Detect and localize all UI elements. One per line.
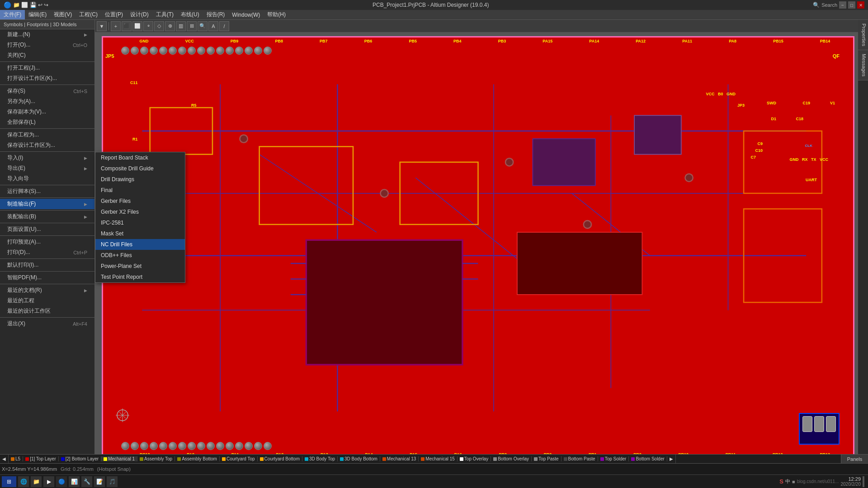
rect-tool[interactable]: ⬜ bbox=[132, 21, 142, 31]
sidebar-item-export[interactable]: 导出(E) bbox=[0, 163, 94, 174]
text-tool[interactable]: A bbox=[208, 21, 218, 31]
layer-tab-bottom-solder[interactable]: Bottom Solder bbox=[629, 456, 667, 461]
sidebar-item-save-workspace-as[interactable]: 保存设计工作区为... bbox=[0, 140, 94, 150]
arc-tool[interactable]: ⚬ bbox=[143, 21, 153, 31]
layer-tab-courtyard-bottom[interactable]: Courtyard Bottom bbox=[258, 456, 302, 461]
panels-button[interactable]: Panels bbox=[841, 454, 868, 463]
add-tool[interactable]: + bbox=[111, 21, 121, 31]
sidebar-item-import[interactable]: 导入(I) bbox=[0, 153, 94, 163]
app3-icon[interactable]: 📝 bbox=[94, 476, 105, 487]
show-desktop[interactable] bbox=[863, 476, 864, 487]
filter-tool[interactable]: ▼ bbox=[97, 21, 107, 31]
layer-tab-mechanical-13[interactable]: Mechanical 13 bbox=[380, 456, 419, 461]
sidebar-item-exit[interactable]: 退出(X)Alt+F4 bbox=[0, 319, 94, 329]
media-icon[interactable]: ▶ bbox=[43, 476, 54, 487]
fab-item-drill-drawings[interactable]: Drill Drawings bbox=[95, 174, 185, 185]
fab-item-test-point[interactable]: Test Point Report bbox=[95, 272, 185, 282]
pcb-canvas[interactable]: GNDVCCPB9PB8PB7PB6PB5PB4PB3PA15PA14PA12P… bbox=[95, 33, 858, 463]
fab-item-report-board-stack[interactable]: Report Board Stack bbox=[95, 152, 185, 163]
fab-item-nc-drill-files[interactable]: NC Drill Files bbox=[95, 239, 185, 250]
layer-tab-assembly-bottom[interactable]: Assembly Bottom bbox=[175, 456, 220, 461]
layer-tab-3d-body-bottom[interactable]: 3D Body Bottom bbox=[338, 456, 380, 461]
menu-tools[interactable]: 工具(T) bbox=[152, 10, 177, 19]
layer-tab-mechanical-15[interactable]: Mechanical 15 bbox=[419, 456, 457, 461]
menu-view[interactable]: 视图(V) bbox=[50, 10, 75, 19]
layer-tool[interactable]: ⊞ bbox=[187, 21, 197, 31]
layer-nav-next[interactable]: ▶ bbox=[667, 455, 676, 463]
app2-icon[interactable]: 🔧 bbox=[81, 476, 92, 487]
fab-item-final[interactable]: Final bbox=[95, 185, 185, 196]
sidebar-item-save-project-as[interactable]: 保存工程为... bbox=[0, 130, 94, 140]
layer-nav-prev[interactable]: ◀ bbox=[0, 455, 9, 463]
menu-window[interactable]: Window(W) bbox=[228, 11, 264, 19]
minimize-button[interactable]: − bbox=[839, 1, 846, 9]
layer-tab-l5[interactable]: L5 bbox=[9, 456, 23, 461]
close-button[interactable]: ✕ bbox=[857, 1, 864, 9]
sidebar-item-close[interactable]: 关闭(C) bbox=[0, 50, 94, 61]
menu-route[interactable]: 布线(U) bbox=[177, 10, 203, 19]
layer-tab-assembly-top[interactable]: Assembly Top bbox=[137, 456, 175, 461]
layer-tab-mechanical-1[interactable]: Mechanical 1 bbox=[101, 456, 137, 461]
menu-file[interactable]: 文件(F) bbox=[0, 10, 25, 19]
sidebar-item-recent-workspaces[interactable]: 最近的设计工作区 bbox=[0, 306, 94, 316]
sidebar-item-save[interactable]: 保存(S)Ctrl+S bbox=[0, 86, 94, 96]
layer-tab-bottom-paste[interactable]: Bottom Paste bbox=[561, 456, 598, 461]
fab-item-composite-drill[interactable]: Composite Drill Guide bbox=[95, 163, 185, 174]
sidebar-item-run-script[interactable]: 运行脚本(S)... bbox=[0, 186, 94, 197]
fab-item-odb-files[interactable]: ODB++ Files bbox=[95, 250, 185, 261]
layer-tab-bottom-overlay[interactable]: Bottom Overlay bbox=[491, 456, 532, 461]
sidebar-item-smart-pdf[interactable]: 智能PDF(M)... bbox=[0, 272, 94, 283]
app1-icon[interactable]: 📊 bbox=[69, 476, 80, 487]
chrome-icon[interactable]: 🔵 bbox=[56, 476, 67, 487]
fab-item-mask-set[interactable]: Mask Set bbox=[95, 228, 185, 239]
messages-tab[interactable]: Messages bbox=[858, 50, 868, 80]
polygon-tool[interactable]: ◇ bbox=[154, 21, 164, 31]
start-button[interactable]: ⊞ bbox=[2, 476, 16, 487]
sidebar-item-page-setup[interactable]: 页面设置(U)... bbox=[0, 224, 94, 235]
layer-tab-top-solder[interactable]: Top Solder bbox=[598, 456, 629, 461]
folder-icon[interactable]: 📁 bbox=[31, 476, 42, 487]
layer-tab-courtyard-top[interactable]: Courtyard Top bbox=[220, 456, 258, 461]
menu-edit[interactable]: 编辑(E) bbox=[25, 10, 50, 19]
sidebar-item-print-preview[interactable]: 打印预览(A)... bbox=[0, 237, 94, 247]
fab-item-gerber-files[interactable]: Gerber Files bbox=[95, 196, 185, 206]
sidebar-item-open-project[interactable]: 打开工程(J)... bbox=[0, 63, 94, 73]
fab-item-power-plane[interactable]: Power-Plane Set bbox=[95, 261, 185, 272]
sidebar-item-save-all[interactable]: 全部保存(L) bbox=[0, 117, 94, 127]
sidebar-item-recent-docs[interactable]: 最近的文档(R) bbox=[0, 285, 94, 296]
component-tool[interactable]: ⬛ bbox=[122, 21, 132, 31]
layer-tab-top-layer[interactable]: [1] Top Layer bbox=[23, 456, 59, 461]
sidebar-item-new[interactable]: 新建...(N) bbox=[0, 29, 94, 40]
fab-item-gerber-x2[interactable]: Gerber X2 Files bbox=[95, 206, 185, 217]
layer-tab-top-paste[interactable]: Top Paste bbox=[532, 456, 561, 461]
sidebar-item-print[interactable]: 打印(D)...Ctrl+P bbox=[0, 247, 94, 258]
vcc-bo-gnd: VCC B0 GND bbox=[706, 92, 736, 96]
sidebar-item-assembly-output[interactable]: 装配输出(B) bbox=[0, 211, 94, 222]
ie-icon[interactable]: 🌐 bbox=[18, 476, 29, 487]
layer-tab-top-overlay[interactable]: Top Overlay bbox=[458, 456, 491, 461]
sidebar-item-fab-output[interactable]: 制造输出(F) bbox=[0, 199, 94, 209]
menu-design[interactable]: 设计(D) bbox=[127, 10, 152, 19]
menu-place[interactable]: 位置(P) bbox=[101, 10, 127, 19]
sidebar-item-import-wizard[interactable]: 导入向导 bbox=[0, 174, 94, 184]
restore-button[interactable]: □ bbox=[848, 1, 855, 9]
layer-tab-3d-body-top[interactable]: 3D Body Top bbox=[302, 456, 338, 461]
sidebar-item-open[interactable]: 打开(O)...Ctrl+O bbox=[0, 40, 94, 50]
sidebar-item-open-workspace[interactable]: 打开设计工作区(K)... bbox=[0, 73, 94, 84]
sidebar-item-save-as[interactable]: 另存为(A)... bbox=[0, 96, 94, 107]
sidebar-item-default-print[interactable]: 默认打印(I)... bbox=[0, 260, 94, 270]
drc-tool[interactable]: 🔍 bbox=[198, 21, 208, 31]
menu-help[interactable]: 帮助(H) bbox=[264, 10, 289, 19]
jp3-label: JP3 bbox=[737, 103, 745, 108]
sidebar-item-save-copy[interactable]: 保存副本为(V)... bbox=[0, 107, 94, 117]
menu-project[interactable]: 工程(C) bbox=[75, 10, 101, 19]
via-tool[interactable]: ⊕ bbox=[165, 21, 175, 31]
measure-tool[interactable]: / bbox=[219, 21, 229, 31]
menu-reports[interactable]: 报告(R) bbox=[203, 10, 229, 19]
line-tool[interactable]: ▥ bbox=[176, 21, 186, 31]
layer-tab-bottom-layer[interactable]: [2] Bottom Layer bbox=[59, 456, 101, 461]
app4-icon[interactable]: 🎵 bbox=[107, 476, 118, 487]
sidebar-item-recent-projects[interactable]: 最近的工程 bbox=[0, 296, 94, 306]
fab-item-ipc-2581[interactable]: IPC-2581 bbox=[95, 217, 185, 228]
properties-tab[interactable]: Properties bbox=[858, 20, 868, 50]
